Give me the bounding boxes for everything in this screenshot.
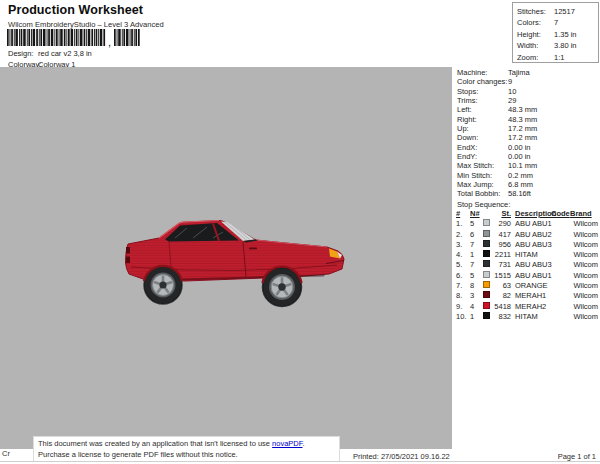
stop-sequence-row: 9.45418MERAH2Wilcom	[452, 302, 600, 312]
stop-sequence-title: Stop Sequence:	[457, 200, 510, 209]
stop-sequence-row: 6.51515ABU ABU1Wilcom	[452, 271, 600, 281]
machine-row: EndX:0.00 in	[457, 143, 599, 152]
machine-row: Machine:Tajima	[457, 68, 599, 77]
stop-sequence-row: 8.382MERAH1Wilcom	[452, 291, 600, 301]
barcode-separator: ,	[108, 36, 111, 48]
summary-height: Height:1.35 in	[517, 29, 598, 40]
stop-sequence-table: # N# St. Description Code Brand 1.5290AB…	[452, 209, 600, 322]
page-number: Page 1 of 1	[558, 452, 596, 461]
stop-sequence-row: 5.7731ABU ABU3Wilcom	[452, 260, 600, 270]
summary-stitches: Stitches:12517	[517, 6, 598, 17]
printed-timestamp: Printed: 27/05/2021 09.16.22	[353, 452, 450, 461]
summary-colors: Colors:7	[517, 17, 598, 28]
machine-row: Up:17.2 mm	[457, 124, 599, 133]
design-barcode: ,	[7, 29, 149, 48]
stop-sequence-row: 10.1832HITAMWilcom	[452, 312, 600, 322]
machine-row: Total Bobbin:58.16ft	[457, 189, 599, 198]
design-label: Design:	[8, 49, 38, 58]
stop-sequence-row: 7.863ORANGEWilcom	[452, 281, 600, 291]
machine-row: Max Stitch:10.1 mm	[457, 161, 599, 170]
red-car-embroidery-image	[125, 218, 350, 313]
notice-line1: This document was created by an applicat…	[38, 439, 335, 450]
machine-info-panel: Machine:Tajima Color changes:9 Stops:10 …	[457, 68, 599, 199]
design-value: red car v2 3,8 in	[38, 49, 92, 58]
footer-divider	[0, 461, 600, 462]
machine-row: Color changes:9	[457, 77, 599, 86]
machine-row: Min Stitch:0.2 mm	[457, 171, 599, 180]
summary-width: Width:3.80 in	[517, 40, 598, 51]
stop-sequence-header: # N# St. Description Code Brand	[452, 209, 600, 219]
machine-row: Max Jump:6.8 mm	[457, 180, 599, 189]
footer-created-fragment: Cr	[2, 449, 10, 458]
machine-row: Down:17.2 mm	[457, 133, 599, 142]
summary-zoom: Zoom:1:1	[517, 52, 598, 63]
app-subtitle: Wilcom EmbroideryStudio – Level 3 Advanc…	[8, 20, 164, 29]
machine-row: Trims:29	[457, 96, 599, 105]
car-taillight	[126, 247, 130, 254]
page-title: Production Worksheet	[8, 3, 143, 17]
novapdf-notice: This document was created by an applicat…	[33, 436, 340, 462]
notice-line2: Purchase a license to generate PDF files…	[38, 450, 335, 461]
design-name-row: Design:red car v2 3,8 in	[8, 49, 92, 58]
machine-row: Right:48.3 mm	[457, 115, 599, 124]
stop-sequence-row: 4.12211HITAMWilcom	[452, 250, 600, 260]
design-preview-canvas	[0, 67, 452, 449]
machine-row: Left:48.3 mm	[457, 105, 599, 114]
stop-sequence-row: 1.5290ABU ABU1Wilcom	[452, 219, 600, 229]
stop-sequence-row: 2.6417ABU ABU2Wilcom	[452, 230, 600, 240]
production-worksheet-page: Production Worksheet Wilcom EmbroiderySt…	[0, 0, 600, 464]
design-summary-box: Stitches:12517 Colors:7 Height:1.35 in W…	[512, 2, 599, 63]
stop-sequence-row: 3.7956ABU ABU3Wilcom	[452, 240, 600, 250]
machine-row: EndY:0.00 in	[457, 152, 599, 161]
machine-row: Stops:10	[457, 87, 599, 96]
novapdf-link[interactable]: novaPDF	[272, 439, 302, 448]
